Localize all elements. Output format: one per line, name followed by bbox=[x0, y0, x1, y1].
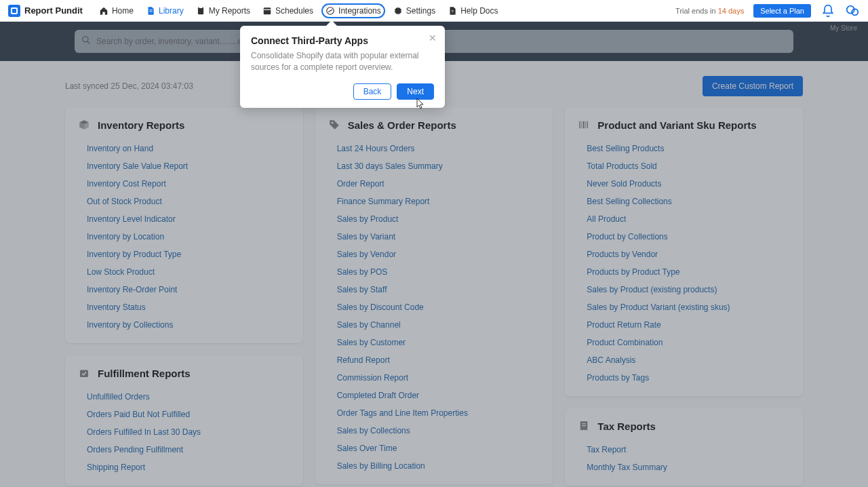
nav-settings[interactable]: Settings bbox=[393, 6, 435, 16]
next-button[interactable]: Next bbox=[397, 83, 434, 100]
nav-help-docs[interactable]: ? Help Docs bbox=[448, 6, 498, 16]
topbar: Report Pundit Home Library My Reports Sc… bbox=[0, 0, 868, 22]
trial-days: 14 days bbox=[718, 7, 745, 15]
nav-my-reports[interactable]: My Reports bbox=[196, 6, 250, 16]
nav-label: Help Docs bbox=[460, 6, 498, 16]
help-doc-icon: ? bbox=[448, 6, 457, 16]
integrations-icon bbox=[326, 6, 335, 16]
chat-icon[interactable] bbox=[845, 3, 860, 18]
onboarding-popover: ✕ Connect Third-Party Apps Consolidate S… bbox=[240, 26, 445, 108]
document-icon bbox=[146, 6, 155, 16]
popover-actions: Back Next bbox=[251, 83, 434, 100]
trial-prefix: Trial ends in bbox=[675, 7, 718, 15]
clipboard-icon bbox=[196, 6, 205, 16]
svg-rect-1 bbox=[149, 11, 153, 12]
popover-body: Consolidate Shopify data with popular ex… bbox=[251, 50, 434, 74]
svg-rect-5 bbox=[264, 9, 271, 9]
home-icon bbox=[99, 6, 108, 16]
svg-rect-3 bbox=[199, 6, 202, 7]
svg-rect-4 bbox=[264, 7, 271, 14]
close-button[interactable]: ✕ bbox=[429, 33, 437, 43]
calendar-icon bbox=[262, 6, 272, 16]
trial-text: Trial ends in 14 days bbox=[675, 7, 744, 15]
nav-schedules[interactable]: Schedules bbox=[262, 6, 313, 16]
nav-label: Integrations bbox=[338, 6, 381, 16]
nav-library[interactable]: Library bbox=[146, 6, 184, 16]
nav-label: Home bbox=[112, 6, 134, 16]
svg-rect-2 bbox=[198, 7, 203, 14]
select-plan-button[interactable]: Select a Plan bbox=[753, 4, 811, 18]
nav-label: Library bbox=[159, 6, 184, 16]
topbar-right: Trial ends in 14 days Select a Plan bbox=[675, 3, 860, 18]
nav-label: Schedules bbox=[275, 6, 313, 16]
back-button[interactable]: Back bbox=[353, 83, 392, 100]
svg-rect-0 bbox=[149, 9, 153, 10]
app-brand: Report Pundit bbox=[24, 5, 83, 16]
main-nav: Home Library My Reports Schedules Integr… bbox=[99, 6, 498, 16]
close-icon: ✕ bbox=[429, 33, 437, 43]
nav-integrations[interactable]: Integrations bbox=[326, 6, 381, 16]
nav-home[interactable]: Home bbox=[99, 6, 134, 16]
nav-label: My Reports bbox=[209, 6, 250, 16]
gear-icon bbox=[393, 6, 403, 16]
nav-label: Settings bbox=[406, 6, 435, 16]
notification-bell-icon[interactable] bbox=[821, 3, 835, 18]
popover-title: Connect Third-Party Apps bbox=[251, 35, 434, 46]
app-logo-icon bbox=[8, 5, 20, 17]
